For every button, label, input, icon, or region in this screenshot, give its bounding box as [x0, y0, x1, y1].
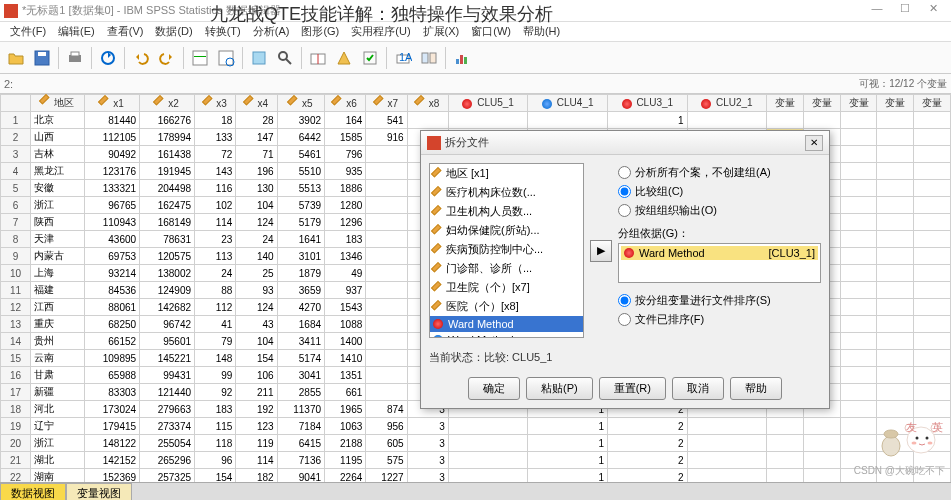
cell[interactable] [366, 316, 407, 333]
cell[interactable]: 6442 [277, 129, 324, 146]
cell[interactable]: 2 [608, 435, 688, 452]
cell[interactable]: 5513 [277, 180, 324, 197]
column-header[interactable]: 变量 [877, 95, 914, 112]
cell[interactable] [877, 316, 914, 333]
cell[interactable] [840, 214, 877, 231]
cell[interactable]: 3902 [277, 112, 324, 129]
cell[interactable] [840, 248, 877, 265]
var-list-item[interactable]: 卫生机构人员数... [430, 202, 583, 221]
row-header[interactable]: 18 [1, 401, 31, 418]
cell[interactable] [914, 282, 951, 299]
cell[interactable]: 辽宁 [31, 418, 85, 435]
cell[interactable]: 湖北 [31, 452, 85, 469]
cell[interactable] [366, 265, 407, 282]
split-icon[interactable] [306, 46, 330, 70]
cell[interactable] [448, 469, 528, 483]
cell[interactable] [840, 316, 877, 333]
var-list-item[interactable]: 妇幼保健院(所站)... [430, 221, 583, 240]
cell[interactable] [366, 384, 407, 401]
cell[interactable]: 24 [195, 265, 236, 282]
cell[interactable] [877, 214, 914, 231]
cell[interactable]: 114 [195, 214, 236, 231]
row-header[interactable]: 8 [1, 231, 31, 248]
row-header[interactable]: 11 [1, 282, 31, 299]
cell[interactable]: 113 [195, 248, 236, 265]
reset-button[interactable]: 重置(R) [599, 377, 666, 400]
cell[interactable]: 93214 [85, 265, 140, 282]
cell[interactable] [366, 146, 407, 163]
cell[interactable]: 重庆 [31, 316, 85, 333]
cell[interactable]: 1351 [325, 367, 366, 384]
cell[interactable]: 贵州 [31, 333, 85, 350]
cell[interactable]: 168149 [140, 214, 195, 231]
cell[interactable] [840, 112, 877, 129]
cell[interactable]: 575 [366, 452, 407, 469]
cell[interactable] [840, 180, 877, 197]
cell[interactable] [914, 146, 951, 163]
cell[interactable]: 133 [195, 129, 236, 146]
cell[interactable] [914, 333, 951, 350]
cell[interactable]: 661 [325, 384, 366, 401]
cell[interactable]: 109895 [85, 350, 140, 367]
cell[interactable]: 119 [236, 435, 277, 452]
cell[interactable] [914, 112, 951, 129]
cell[interactable]: 211 [236, 384, 277, 401]
cell[interactable] [877, 180, 914, 197]
cell[interactable]: 166276 [140, 112, 195, 129]
cell[interactable]: 88 [195, 282, 236, 299]
cell[interactable] [767, 112, 804, 129]
radio-sort-by-group[interactable]: 按分组变量进行文件排序(S) [618, 291, 821, 310]
cell[interactable] [914, 129, 951, 146]
column-header[interactable]: CLU4_1 [528, 95, 608, 112]
cell[interactable]: 104 [236, 197, 277, 214]
cell[interactable]: 1585 [325, 129, 366, 146]
cell[interactable] [914, 197, 951, 214]
cell[interactable] [840, 384, 877, 401]
cell[interactable]: 112105 [85, 129, 140, 146]
cell[interactable]: 182 [236, 469, 277, 483]
column-header[interactable]: 变量 [840, 95, 877, 112]
cell[interactable]: 154 [236, 350, 277, 367]
menu-item[interactable]: 查看(V) [101, 22, 150, 41]
row-header[interactable]: 22 [1, 469, 31, 483]
cell[interactable]: 124 [236, 299, 277, 316]
cell[interactable] [803, 435, 840, 452]
goto-icon[interactable] [188, 46, 212, 70]
paste-button[interactable]: 粘贴(P) [526, 377, 593, 400]
cell[interactable] [366, 299, 407, 316]
cell[interactable]: 90492 [85, 146, 140, 163]
cell[interactable]: 935 [325, 163, 366, 180]
cell[interactable] [840, 367, 877, 384]
cell[interactable]: 179415 [85, 418, 140, 435]
cell[interactable]: 1063 [325, 418, 366, 435]
cell[interactable] [366, 163, 407, 180]
dialog-titlebar[interactable]: 拆分文件 ✕ [421, 131, 829, 155]
cell[interactable]: 3041 [277, 367, 324, 384]
cell[interactable]: 71 [236, 146, 277, 163]
cell[interactable]: 937 [325, 282, 366, 299]
cell[interactable] [877, 265, 914, 282]
select-icon[interactable] [358, 46, 382, 70]
redo-icon[interactable] [155, 46, 179, 70]
cell[interactable] [914, 214, 951, 231]
cell[interactable]: 142682 [140, 299, 195, 316]
cell[interactable]: 96 [195, 452, 236, 469]
cell[interactable]: 104 [236, 333, 277, 350]
var-list-item[interactable]: Ward Method [430, 316, 583, 332]
cell[interactable] [914, 384, 951, 401]
cell[interactable] [448, 452, 528, 469]
cell[interactable] [366, 333, 407, 350]
cell[interactable] [366, 180, 407, 197]
row-header[interactable]: 7 [1, 214, 31, 231]
cell[interactable]: 116 [195, 180, 236, 197]
cell[interactable]: 1 [528, 469, 608, 483]
row-header[interactable]: 9 [1, 248, 31, 265]
column-header[interactable]: x5 [277, 95, 324, 112]
cell[interactable]: 183 [325, 231, 366, 248]
var-list-item[interactable]: 卫生院（个）[x7] [430, 278, 583, 297]
cell[interactable]: 湖南 [31, 469, 85, 483]
cell[interactable]: 140 [236, 248, 277, 265]
cell[interactable]: 2264 [325, 469, 366, 483]
cell[interactable]: 96742 [140, 316, 195, 333]
cell[interactable]: 1 [608, 112, 688, 129]
